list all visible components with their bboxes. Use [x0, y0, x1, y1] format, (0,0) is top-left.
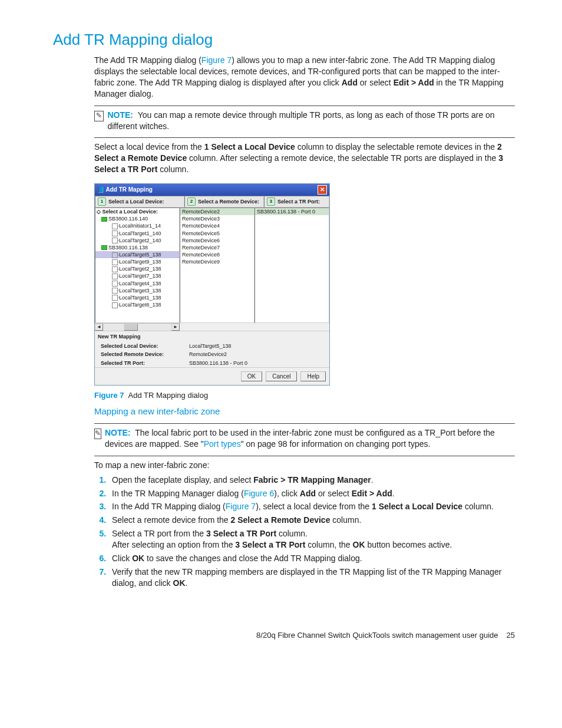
divider — [94, 423, 515, 424]
tree-item-label: LocalTarget1_140 — [119, 230, 161, 236]
switch-icon — [101, 245, 107, 250]
tree-item[interactable]: LocalTarget2_138 — [95, 265, 179, 272]
remote-device-list[interactable]: RemoteDevice2RemoteDevice3RemoteDevice4R… — [180, 207, 254, 323]
tree-item[interactable]: LocalTarget1_140 — [95, 230, 179, 237]
tree-item-label: SB3800.116.138 — [108, 245, 148, 251]
tree-item[interactable]: LocalTarget9_138 — [95, 258, 179, 265]
note-icon — [94, 429, 101, 439]
horizontal-scrollbar[interactable]: ◄ ► — [95, 323, 180, 331]
tr-port-list[interactable]: SB3800.116.138 - Port 0 — [254, 207, 329, 323]
note-text: " on page 98 for information on changing… — [241, 439, 431, 449]
tree-item-label: LocalTarget2_138 — [119, 266, 161, 272]
tree-item-label: LocalTarget2_140 — [119, 238, 161, 243]
selection-value: RemoteDevice2 — [189, 351, 227, 358]
tree-item-label: LocalTarget3_138 — [119, 288, 161, 294]
tree-item[interactable]: LocalTarget5_138 — [95, 251, 179, 258]
selection-key: Selected Local Device: — [101, 342, 189, 350]
step-item: Open the faceplate display, and select F… — [108, 475, 515, 486]
col-header-1: 1Select a Local Device: — [95, 196, 184, 207]
remote-device-item[interactable]: RemoteDevice2 — [180, 208, 254, 215]
port-icon — [112, 259, 118, 265]
cancel-button[interactable]: Cancel — [266, 371, 297, 382]
close-icon[interactable]: ✕ — [318, 185, 327, 195]
remote-device-item[interactable]: RemoteDevice5 — [180, 230, 254, 237]
divider — [94, 137, 515, 138]
remote-device-item[interactable]: RemoteDevice6 — [180, 237, 254, 244]
tree-item-label: LocalTarget4_138 — [119, 281, 161, 286]
port-icon — [112, 281, 118, 286]
figure-link[interactable]: Figure 7 — [226, 502, 256, 511]
col-header-3: 3Select a TR Port: — [264, 196, 329, 207]
note-block: NOTE: The local fabric port to be used i… — [94, 427, 515, 450]
tree-item[interactable]: LocalInitiator1_14 — [95, 222, 179, 229]
col1-label: 1 Select a Local Device — [204, 142, 295, 151]
port-icon — [112, 274, 118, 279]
tree-item-label: LocalTarget7_138 — [119, 273, 161, 279]
steps-list: Open the faceplate display, and select F… — [108, 475, 515, 589]
selection-key: Selected Remote Device: — [101, 351, 189, 358]
figure-link[interactable]: Figure 6 — [244, 489, 274, 498]
dialog-title: 📘 Add TR Mapping — [97, 186, 153, 194]
remote-device-item[interactable]: RemoteDevice8 — [180, 251, 254, 258]
remote-device-item[interactable]: RemoteDevice3 — [180, 215, 254, 222]
help-button[interactable]: Help — [300, 371, 326, 382]
tree-item-label: LocalTarget9_138 — [119, 259, 161, 265]
scroll-thumb[interactable] — [124, 324, 138, 331]
tree-item[interactable]: LocalTarget3_138 — [95, 287, 179, 294]
tr-port-item[interactable]: SB3800.116.138 - Port 0 — [255, 208, 329, 215]
selection-value: SB3800.116.138 - Port 0 — [189, 360, 247, 367]
port-icon — [112, 295, 118, 301]
tree-item[interactable]: SB3800.116.138 — [95, 244, 179, 251]
dialog-titlebar[interactable]: 📘 Add TR Mapping ✕ — [95, 184, 329, 196]
local-device-tree[interactable]: ◇ Select a Local Device: SB3800.116.140L… — [95, 207, 180, 323]
page-number: 25 — [507, 630, 515, 641]
new-tr-mapping-title: New TR Mapping — [95, 331, 329, 342]
tree-item[interactable]: LocalTarget1_138 — [95, 294, 179, 301]
step-item: Select a TR port from the 3 Select a TR … — [108, 528, 515, 551]
tree-item[interactable]: SB3800.116.140 — [95, 215, 179, 222]
column-headers: 1Select a Local Device: 2Select a Remote… — [95, 196, 329, 207]
footer-text: 8/20q Fibre Channel Switch QuickTools sw… — [256, 630, 498, 641]
remote-device-item[interactable]: RemoteDevice7 — [180, 244, 254, 251]
divider — [94, 456, 515, 456]
column-desc-paragraph: Select a local device from the 1 Select … — [94, 141, 515, 175]
note-block: NOTE: You can map a remote device throug… — [94, 110, 515, 132]
page-footer: 8/20q Fibre Channel Switch QuickTools sw… — [53, 630, 515, 641]
selection-value: LocalTarget5_138 — [189, 342, 232, 350]
scroll-left-icon[interactable]: ◄ — [95, 324, 103, 331]
note-label: NOTE: — [107, 110, 133, 120]
divider — [94, 106, 515, 106]
port-icon — [112, 302, 118, 308]
remote-device-item[interactable]: RemoteDevice9 — [180, 258, 254, 265]
tree-item[interactable]: LocalTarget6_138 — [95, 301, 179, 308]
selection-row: Selected TR Port:SB3800.116.138 - Port 0 — [95, 359, 329, 367]
step-item: In the TR Mapping Manager dialog (Figure… — [108, 488, 515, 499]
dialog-button-row: OK Cancel Help — [95, 367, 329, 386]
step-item: Select a remote device from the 2 Select… — [108, 515, 515, 526]
figure-7-link[interactable]: Figure 7 — [201, 55, 232, 65]
note-text: You can map a remote device through mult… — [107, 110, 494, 131]
tree-item[interactable]: LocalTarget4_138 — [95, 280, 179, 287]
port-icon — [112, 230, 118, 236]
port-icon — [112, 223, 118, 229]
tree-item-label: LocalTarget1_138 — [119, 295, 161, 301]
tree-root[interactable]: ◇ Select a Local Device: — [95, 208, 179, 215]
tree-item-label: SB3800.116.140 — [108, 216, 148, 222]
page-heading: Add TR Mapping dialog — [53, 29, 515, 50]
scroll-right-icon[interactable]: ► — [171, 324, 180, 331]
remote-device-item[interactable]: RemoteDevice4 — [180, 222, 254, 229]
text: Select a local device from the — [94, 142, 204, 151]
port-icon — [112, 238, 118, 243]
tree-item-label: LocalInitiator1_14 — [119, 223, 161, 229]
note-label: NOTE: — [105, 428, 131, 437]
ok-button[interactable]: OK — [241, 371, 262, 382]
figure-number: Figure 7 — [94, 391, 124, 400]
step-item: Click OK to save the changes and close t… — [108, 553, 515, 564]
tree-item[interactable]: LocalTarget7_138 — [95, 272, 179, 279]
text: column. After selecting a remote device,… — [187, 153, 498, 163]
port-icon — [112, 266, 118, 272]
tree-item[interactable]: LocalTarget2_140 — [95, 237, 179, 244]
text: column. — [157, 164, 189, 174]
tree-item-label: LocalTarget5_138 — [119, 252, 161, 258]
port-types-link[interactable]: Port types — [204, 439, 241, 449]
